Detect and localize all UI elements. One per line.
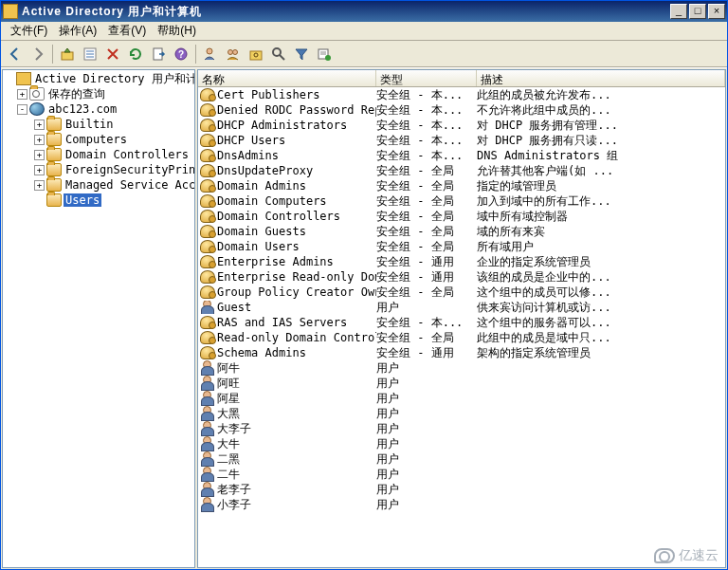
item-desc: 加入到域中的所有工作... (477, 193, 725, 210)
item-name: Domain Guests (217, 225, 306, 238)
new-group-button[interactable] (223, 44, 244, 64)
minimize-button[interactable]: _ (670, 4, 687, 19)
item-type: 用户 (376, 436, 477, 452)
list-row[interactable]: 老李子用户 (198, 482, 725, 497)
tree-item[interactable]: +Domain Controllers (4, 147, 193, 162)
item-type: 安全组 - 全局 (376, 178, 477, 194)
item-type: 用户 (376, 360, 477, 377)
item-desc: 指定的域管理员 (477, 178, 725, 194)
content-area: Active Directory 用户和计算机 + 保存的查询 - abc123… (1, 67, 727, 569)
list-row[interactable]: Domain Controllers安全组 - 全局域中所有域控制器 (198, 209, 725, 224)
back-button[interactable] (5, 44, 26, 64)
folder-icon (46, 193, 62, 207)
item-type: 安全组 - 本... (376, 118, 477, 134)
item-desc: DNS Administrators 组 (477, 148, 725, 164)
list-row[interactable]: Group Policy Creator Owners安全组 - 全局这个组中的… (198, 285, 725, 300)
column-desc[interactable]: 描述 (477, 70, 725, 86)
list-row[interactable]: 二黑用户 (198, 451, 725, 467)
tree-item-label: Computers (64, 133, 129, 146)
svg-line-14 (280, 55, 284, 60)
list-row[interactable]: 阿旺用户 (198, 376, 725, 391)
list-row[interactable]: Domain Guests安全组 - 全局域的所有来宾 (198, 224, 725, 239)
folder-icon (46, 178, 62, 192)
folder-icon (46, 148, 62, 161)
tree-item[interactable]: +ForeignSecurityPrincipals (4, 162, 193, 177)
close-button[interactable]: × (708, 4, 725, 19)
list-row[interactable]: RAS and IAS Servers安全组 - 本...这个组中的服务器可以.… (198, 315, 725, 330)
column-type[interactable]: 类型 (376, 70, 477, 86)
filter-button[interactable] (291, 44, 312, 64)
list-row[interactable]: Domain Users安全组 - 全局所有域用户 (198, 239, 725, 254)
item-type: 用户 (376, 300, 477, 316)
ad-icon (16, 72, 31, 85)
group-icon (200, 331, 215, 344)
item-name: 大李子 (217, 421, 251, 437)
add-query-button[interactable] (314, 44, 335, 64)
maximize-button[interactable]: □ (689, 4, 706, 19)
new-ou-button[interactable] (246, 44, 266, 64)
find-button[interactable] (268, 44, 289, 64)
item-type: 安全组 - 通用 (376, 254, 477, 270)
group-icon (200, 149, 215, 162)
list-body[interactable]: Cert Publishers安全组 - 本...此组的成员被允许发布...De… (198, 87, 725, 567)
list-row[interactable]: Domain Admins安全组 - 全局指定的域管理员 (198, 178, 725, 193)
menu-action[interactable]: 操作(A) (53, 22, 102, 40)
list-row[interactable]: DnsAdmins安全组 - 本...DNS Administrators 组 (198, 148, 725, 163)
folder-icon (46, 163, 62, 176)
svg-point-13 (273, 48, 281, 56)
list-row[interactable]: 二牛用户 (198, 467, 725, 482)
list-row[interactable]: Enterprise Read-only Dom...安全组 - 通用该组的成员… (198, 269, 725, 285)
list-row[interactable]: 小李子用户 (198, 497, 725, 512)
tree-domain[interactable]: - abc123.com (4, 101, 193, 117)
item-name: DnsAdmins (217, 149, 279, 162)
column-name[interactable]: 名称 (198, 70, 376, 86)
up-button[interactable] (57, 44, 78, 64)
list-row[interactable]: Guest用户供来宾访问计算机或访... (198, 300, 725, 315)
item-type: 用户 (376, 482, 477, 498)
new-user-button[interactable] (200, 44, 221, 64)
titlebar[interactable]: Active Directory 用户和计算机 _ □ × (1, 1, 727, 22)
tree-item-label: ForeignSecurityPrincipals (64, 163, 195, 176)
list-row[interactable]: DnsUpdateProxy安全组 - 全局允许替其他客户端(如 ... (198, 163, 725, 178)
group-icon (200, 210, 215, 223)
list-row[interactable]: Enterprise Admins安全组 - 通用企业的指定系统管理员 (198, 254, 725, 269)
delete-button[interactable] (102, 44, 123, 64)
list-row[interactable]: 大牛用户 (198, 436, 725, 451)
refresh-button[interactable] (125, 44, 146, 64)
tree-pane[interactable]: Active Directory 用户和计算机 + 保存的查询 - abc123… (2, 69, 195, 568)
list-row[interactable]: Domain Computers安全组 - 全局加入到域中的所有工作... (198, 193, 725, 209)
export-button[interactable] (148, 44, 169, 64)
tree-saved-queries[interactable]: + 保存的查询 (4, 86, 193, 101)
forward-button[interactable] (27, 44, 48, 64)
item-name: 二牛 (217, 467, 240, 483)
group-icon (200, 240, 215, 253)
list-row[interactable]: Read-only Domain Control...安全组 - 全局此组中的成… (198, 330, 725, 345)
tree-root[interactable]: Active Directory 用户和计算机 (4, 71, 193, 86)
list-row[interactable]: Schema Admins安全组 - 通用架构的指定系统管理员 (198, 345, 725, 360)
list-row[interactable]: DHCP Administrators安全组 - 本...对 DHCP 服务拥有… (198, 118, 725, 133)
window: Active Directory 用户和计算机 _ □ × 文件(F) 操作(A… (0, 0, 728, 570)
svg-point-10 (233, 49, 238, 54)
menu-file[interactable]: 文件(F) (5, 22, 53, 40)
menu-help[interactable]: 帮助(H) (152, 22, 202, 40)
list-row[interactable]: 大李子用户 (198, 421, 725, 436)
item-name: 阿牛 (217, 360, 240, 377)
list-row[interactable]: 阿星用户 (198, 391, 725, 406)
group-icon (200, 316, 215, 329)
help-button[interactable]: ? (171, 44, 191, 64)
tree-item[interactable]: +Managed Service Accounts (4, 177, 193, 193)
item-name: Domain Computers (217, 194, 327, 208)
item-desc: 对 DHCP 服务拥有只读... (477, 133, 725, 149)
tree-item[interactable]: Users (4, 193, 193, 208)
list-row[interactable]: 大黑用户 (198, 406, 725, 421)
properties-button[interactable] (80, 44, 100, 64)
menu-view[interactable]: 查看(V) (102, 22, 152, 40)
list-row[interactable]: 阿牛用户 (198, 360, 725, 376)
item-name: DHCP Administrators (217, 119, 347, 132)
list-row[interactable]: DHCP Users安全组 - 本...对 DHCP 服务拥有只读... (198, 133, 725, 148)
tree-item[interactable]: +Computers (4, 132, 193, 147)
tree-item[interactable]: +Builtin (4, 117, 193, 132)
list-row[interactable]: Cert Publishers安全组 - 本...此组的成员被允许发布... (198, 87, 725, 102)
list-row[interactable]: Denied RODC Password Rep...安全组 - 本...不允许… (198, 102, 725, 118)
item-name: Schema Admins (217, 346, 306, 359)
